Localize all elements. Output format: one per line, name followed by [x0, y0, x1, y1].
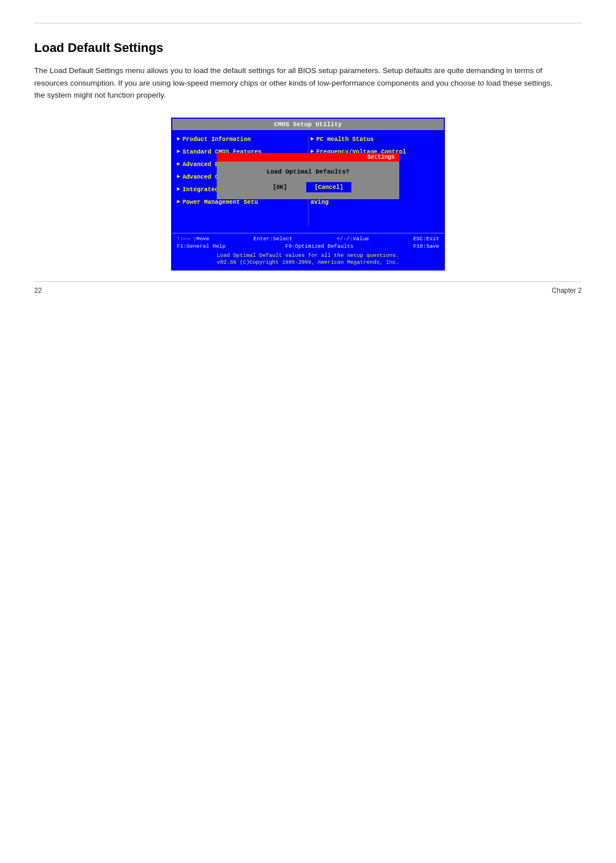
bios-menu-power-management[interactable]: ► Power Management Setu	[177, 199, 306, 205]
bios-copyright: v02.66 (C)Copyright 1985-2009, American …	[177, 259, 439, 267]
footer-page-number: 22	[34, 287, 42, 295]
arrow-icon: ►	[177, 148, 180, 155]
arrow-icon: ►	[311, 136, 314, 142]
arrow-icon: ►	[177, 161, 180, 167]
bios-nav-row-bottom: F1:General Help F9:Optimized Defaults F1…	[177, 243, 439, 249]
bios-status-bar: ↑↓←→ :Move Enter:Select +/-/:Value ESC:E…	[172, 233, 444, 269]
bios-hint: Load Optimal Default values for all the …	[177, 251, 439, 259]
bottom-rule	[34, 281, 582, 282]
page-description: The Load Default Settings menu allows yo…	[34, 64, 559, 102]
bios-nav-row-top: ↑↓←→ :Move Enter:Select +/-/:Value ESC:E…	[177, 236, 439, 242]
bios-nav-enter: Enter:Select	[253, 236, 292, 242]
arrow-icon: ►	[177, 174, 180, 180]
page-title: Load Default Settings	[34, 41, 582, 55]
arrow-icon: ►	[177, 199, 180, 205]
arrow-icon: ►	[177, 136, 180, 142]
bios-dialog-body: Load Optimal Defaults? [OK] [Cancel]	[217, 162, 399, 199]
bios-cancel-button[interactable]: [Cancel]	[306, 182, 351, 192]
bios-main: ► Product Information ► Standard CMOS Fe…	[172, 130, 444, 233]
bios-menu-partial-3: aving	[311, 199, 440, 205]
bios-dialog-buttons: [OK] [Cancel]	[226, 182, 390, 192]
footer-chapter: Chapter 2	[552, 287, 582, 295]
bios-nav-esc: ESC:Exit	[413, 236, 439, 242]
bios-ok-button[interactable]: [OK]	[265, 182, 295, 192]
bios-nav-value: +/-/:Value	[337, 236, 369, 242]
bios-dialog-title: Settings	[217, 153, 399, 162]
bios-nav-f10: F10:Save	[413, 243, 439, 249]
arrow-icon: ►	[177, 186, 180, 192]
bios-menu-product-info[interactable]: ► Product Information	[177, 136, 306, 143]
top-rule	[34, 23, 582, 23]
bios-nav-f1: F1:General Help	[177, 243, 226, 249]
bios-title-bar: CMOS Setup Utility	[172, 119, 444, 130]
bios-dialog-question: Load Optimal Defaults?	[226, 168, 390, 175]
bios-screenshot: CMOS Setup Utility ► Product Information…	[171, 118, 445, 271]
bios-menu-pc-health[interactable]: ► PC Health Status	[311, 136, 440, 143]
page-container: Load Default Settings The Load Default S…	[0, 0, 616, 305]
bios-nav-move: ↑↓←→ :Move	[177, 236, 209, 242]
bios-dialog: Settings Load Optimal Defaults? [OK] [Ca…	[217, 153, 399, 199]
page-footer: 22 Chapter 2	[34, 287, 582, 295]
bios-nav-f9: F9:Optimized Defaults	[285, 243, 354, 249]
